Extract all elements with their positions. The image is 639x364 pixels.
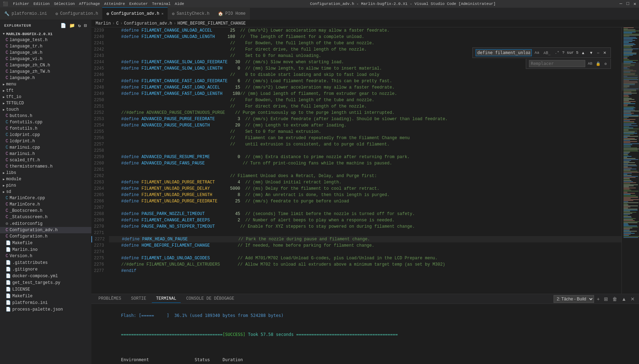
sidebar-item-version[interactable]: C Version.h xyxy=(0,253,91,259)
maximize-btn[interactable]: □ xyxy=(626,1,629,7)
collapse-icon[interactable]: ⊟ xyxy=(84,23,87,28)
sidebar-item-marlinui-cpp[interactable]: C marlinui.cpp xyxy=(0,144,91,151)
menu-fichier[interactable]: Fichier xyxy=(11,2,31,6)
tab-platformio[interactable]: 🔧 platformio.ini xyxy=(0,7,51,20)
menu-affichage[interactable]: Affichage xyxy=(77,2,102,6)
menu-executer[interactable]: Exécuter xyxy=(127,2,150,6)
close-panel-btn[interactable]: ✕ xyxy=(629,295,636,303)
code-line-2240[interactable]: 2240 #define FILAMENT_CHANGE_UNLOAD_LENG… xyxy=(91,34,621,40)
sidebar-group-module[interactable]: ▶ module xyxy=(0,176,91,182)
code-line-2265[interactable]: 2265 #define FILAMENT_UNLOAD_PURGE_LENGT… xyxy=(91,192,621,198)
code-line-2261[interactable]: 2261 xyxy=(91,167,621,173)
code-line-2258[interactable]: 2258 xyxy=(91,148,621,154)
breadcrumb-marlin[interactable]: Marlin xyxy=(96,21,111,26)
new-terminal-btn[interactable]: + xyxy=(595,295,601,303)
sidebar-item-platformio-ini[interactable]: 📄 platformio.ini xyxy=(0,299,91,306)
sidebar-item-editorconfig[interactable]: ⚙ .editorconfig xyxy=(0,220,91,227)
code-line-2271[interactable]: 2271 xyxy=(91,230,621,236)
code-line-2259[interactable]: 2259 #define ADVANCED_PAUSE_RESUME_PRIME… xyxy=(91,154,621,160)
code-line-2252[interactable]: 2252 //#define ADVANCED_PAUSE_CONTINUOUS… xyxy=(91,110,621,116)
code-line-2255[interactable]: 2255 // Set to 0 for manual extrusion. xyxy=(91,129,621,135)
sidebar-item-configuration-h[interactable]: C Configuration.h xyxy=(0,233,91,240)
sidebar-group-tftglcd[interactable]: ▶ TFTGLCD xyxy=(0,100,91,106)
sidebar-group-menu[interactable]: ▶ menu xyxy=(0,81,91,87)
code-line-2241[interactable]: 2241 // For Bowden, the full length of t… xyxy=(91,40,621,46)
sidebar-item-makefile2[interactable]: 📄 Makefile xyxy=(0,293,91,299)
sidebar-item-statusscreen[interactable]: C _Statusscreen.h xyxy=(0,214,91,220)
code-line-2249[interactable]: 2249 #define FILAMENT_CHANGE_FAST_LOAD_L… xyxy=(91,91,621,97)
tab-configuration-h[interactable]: ⚙ Configuration.h xyxy=(51,7,102,20)
breadcrumb-c[interactable]: C xyxy=(116,21,118,26)
menu-aide[interactable]: Aide xyxy=(173,2,186,6)
terminal-content[interactable]: Flash: [===== ] 36.1% (used 189340 bytes… xyxy=(91,304,639,364)
find-whole-word[interactable]: AB̲ xyxy=(542,50,552,56)
menu-terminal[interactable]: Terminal xyxy=(150,2,173,6)
sidebar-item-marlincore-h[interactable]: C MarlinCore.h xyxy=(0,201,91,208)
code-line-2270[interactable]: 2270 #define PAUSE_PARK_NO_STEPPER_TIMEO… xyxy=(91,223,621,230)
sidebar-group-libs[interactable]: ▶ libs xyxy=(0,170,91,176)
replace-one-btn[interactable]: 🔒 xyxy=(595,61,602,66)
task-dropdown[interactable]: 2: Tâche - Build xyxy=(554,295,594,303)
sidebar-item-bootscreen[interactable]: C _Bootscreen.h xyxy=(0,208,91,214)
code-line-2268[interactable]: 2268 #define PAUSE_PARK_NOZZLE_TIMEOUT 4… xyxy=(91,211,621,217)
sidebar-item-language-zhtw[interactable]: C language_zh_TW.h xyxy=(0,69,91,75)
code-line-2251[interactable]: 2251 // For direct drive, the full lengt… xyxy=(91,103,621,110)
sidebar-item-marlincore-cpp[interactable]: C MarlinCore.cpp xyxy=(0,195,91,201)
find-close-btn[interactable]: ✕ xyxy=(602,50,608,56)
sidebar-item-language-test[interactable]: C language_test.h xyxy=(0,37,91,43)
sidebar-item-lcdprint-cpp[interactable]: C lcdprint.cpp xyxy=(0,132,91,138)
sidebar-item-config-adv[interactable]: C Configuration_adv.h xyxy=(0,227,91,233)
sidebar-group-tft[interactable]: ▶ tft xyxy=(0,87,91,94)
sidebar-item-fontutils-h[interactable]: C fontutils.h xyxy=(0,125,91,132)
kill-terminal-btn[interactable]: 🗑 xyxy=(611,295,619,303)
code-line-2246[interactable]: 2246 // 0 to disable start loading and s… xyxy=(91,72,621,78)
code-line-2269[interactable]: 2269 #define FILAMENT_CHANGE_ALERT_BEEPS… xyxy=(91,217,621,223)
sidebar-group-tft-io[interactable]: ▶ tft_io xyxy=(0,94,91,100)
new-file-icon[interactable]: 📄 xyxy=(60,23,66,28)
sidebar-item-license[interactable]: 📄 LICENSE xyxy=(0,286,91,293)
tab-sanitycheck[interactable]: ⚙ SanityCheck.h xyxy=(168,7,214,20)
maximize-panel-btn[interactable]: ▲ xyxy=(620,295,628,303)
code-line-2253[interactable]: 2253 #define ADVANCED_PAUSE_PURGE_FEEDRA… xyxy=(91,116,621,122)
code-line-2262[interactable]: 2262 // Filament Unload does a Retract, … xyxy=(91,173,621,179)
code-line-2247[interactable]: 2247 #define FILAMENT_CHANGE_FAST_LOAD_F… xyxy=(91,78,621,84)
code-line-2272[interactable]: 2272 #define PARK_HEAD_ON_PAUSE // Park … xyxy=(91,236,621,242)
code-line-2276[interactable]: 2276 //#define FILAMENT_UNLOAD_ALL_EXTRU… xyxy=(91,261,621,268)
menu-edition[interactable]: Edition xyxy=(31,2,52,6)
sidebar-item-language-uk[interactable]: C language_uk.h xyxy=(0,50,91,56)
code-line-2267[interactable]: 2267 xyxy=(91,204,621,211)
sidebar-item-lcdprint-h[interactable]: C lcdprint.h xyxy=(0,138,91,144)
sidebar-item-get-test[interactable]: 📄 get_test_targets.py xyxy=(0,279,91,286)
sidebar-item-fontutils-cpp[interactable]: C fontutils.cpp xyxy=(0,119,91,125)
close-btn[interactable]: ✕ xyxy=(633,1,636,7)
tab-configuration-adv[interactable]: ⚙ Configuration_adv.h ✕ xyxy=(102,7,168,20)
split-terminal-btn[interactable]: ⊞ xyxy=(602,295,609,303)
code-line-2260[interactable]: 2260 #define ADVANCED_PAUSE_FANS_PAUSE /… xyxy=(91,160,621,167)
code-line-2248[interactable]: 2248 #define FILAMENT_CHANGE_FAST_LOAD_A… xyxy=(91,84,621,91)
replace-preserve-case[interactable]: AB xyxy=(587,61,593,66)
panel-tab-problems[interactable]: PROBLÈMES xyxy=(94,295,125,303)
panel-tab-terminal[interactable]: TERMINAL xyxy=(152,295,181,303)
sidebar-group-sd[interactable]: ▶ sd xyxy=(0,189,91,195)
minimize-btn[interactable]: — xyxy=(620,1,622,7)
find-regex[interactable]: .* xyxy=(553,50,561,56)
find-match-case[interactable]: Aa xyxy=(533,50,541,56)
replace-input[interactable] xyxy=(529,60,585,67)
refresh-icon[interactable]: ↻ xyxy=(78,23,81,28)
sidebar-item-project[interactable]: ▼ MARLIN-BUGFIX-2.0.X1 xyxy=(0,31,91,37)
breadcrumb-file[interactable]: Configuration_adv.h xyxy=(124,21,172,26)
breadcrumb-symbol[interactable]: HOME_BEFORE_FILAMENT_CHANGE xyxy=(178,21,246,26)
sidebar-item-buttons[interactable]: C buttons.h xyxy=(0,113,91,119)
panel-tab-sortie[interactable]: SORTIE xyxy=(127,295,150,303)
menu-atteindre[interactable]: Atteindre xyxy=(102,2,127,6)
panel-tab-console[interactable]: CONSOLE DE DÉBOGAGE xyxy=(182,295,239,303)
new-folder-icon[interactable]: 📁 xyxy=(69,23,75,28)
code-line-2250[interactable]: 2250 // For Bowden, the full length of t… xyxy=(91,97,621,103)
sidebar-item-thermistor[interactable]: C thermistornames.h xyxy=(0,163,91,170)
replace-all-btn[interactable]: ⚙ xyxy=(603,61,608,66)
menu-selection[interactable]: Sélection xyxy=(52,2,77,6)
code-line-2254[interactable]: 2254 #define ADVANCED_PAUSE_PURGE_LENGTH… xyxy=(91,122,621,129)
code-line-2239[interactable]: 2239 #define FILAMENT_CHANGE_UNLOAD_ACCE… xyxy=(91,27,621,34)
sidebar-item-gitattributes[interactable]: 📄 .gitattributes xyxy=(0,259,91,266)
code-line-2257[interactable]: 2257 // until extrusion is consistent, a… xyxy=(91,141,621,148)
